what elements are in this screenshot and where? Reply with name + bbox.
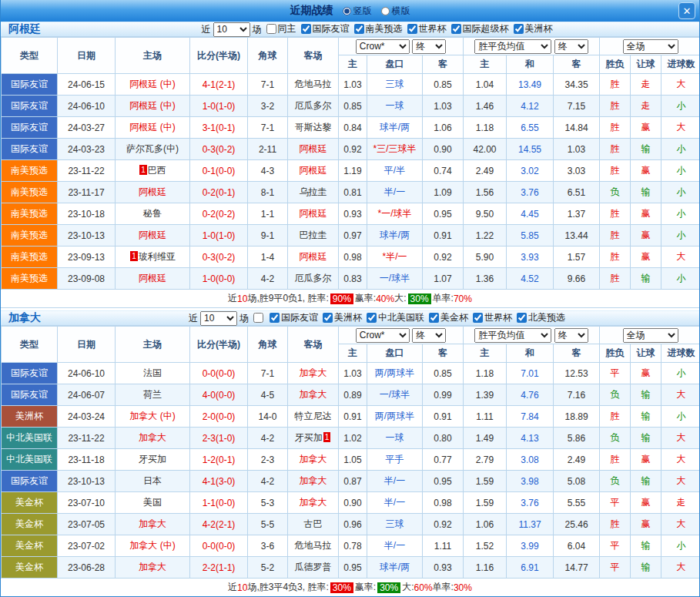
avg-state-select[interactable]: 终 bbox=[554, 328, 588, 343]
goals-result-cell: 大 bbox=[661, 557, 700, 579]
competition-checkbox[interactable] bbox=[253, 313, 263, 323]
handicap-line: 一/球半 bbox=[367, 384, 423, 406]
goals-result-cell: 大 bbox=[661, 514, 700, 535]
competition-checkbox[interactable] bbox=[429, 313, 439, 323]
competition-filter[interactable] bbox=[249, 313, 265, 323]
handicap-home-odds: 1.03 bbox=[339, 74, 367, 96]
euro-home-odds: 1.56 bbox=[464, 182, 507, 203]
match-date: 23-11-22 bbox=[58, 160, 116, 182]
handicap-line: 一球 bbox=[367, 428, 423, 449]
team-name: 加拿大 bbox=[1, 311, 55, 325]
recent-count-select[interactable]: 10 bbox=[200, 311, 237, 326]
corner-cell: 8-1 bbox=[248, 182, 288, 203]
team-text: 阿根廷 (中) bbox=[129, 122, 175, 132]
titlebar: 近期战绩 竖版 横版 ✕ bbox=[1, 0, 699, 22]
euro-home-odds: 1.22 bbox=[464, 225, 507, 247]
vertical-layout-radio[interactable] bbox=[343, 7, 351, 15]
recent-results-panel: 近期战绩 竖版 横版 ✕ 阿根廷 近 10 场 同主国际友谊南美预选世界杯国际超… bbox=[0, 0, 700, 597]
competition-filter[interactable]: 南美预选 bbox=[350, 22, 403, 35]
goals-result-cell: 大 bbox=[661, 247, 700, 268]
competition-checkbox[interactable] bbox=[270, 313, 280, 323]
euro-draw-odds: 14.55 bbox=[507, 139, 554, 160]
competition-checkbox[interactable] bbox=[367, 313, 377, 323]
home-team-cell: 法国 bbox=[116, 363, 190, 384]
competition-checkbox[interactable] bbox=[301, 24, 311, 34]
competition-type-cell: 国际友谊 bbox=[2, 384, 58, 406]
competition-filter[interactable]: 同主 bbox=[262, 22, 296, 35]
goals-result-cell: 小 bbox=[661, 406, 700, 428]
euro-away-odds: 6.04 bbox=[554, 535, 600, 557]
euro-home-odds: 1.04 bbox=[464, 74, 507, 96]
match-date: 24-03-27 bbox=[58, 117, 116, 139]
competition-checkbox[interactable] bbox=[517, 313, 527, 323]
odds-company-select[interactable]: Crow* bbox=[356, 39, 410, 54]
competition-checkbox[interactable] bbox=[354, 24, 364, 34]
competition-label: 北美预选 bbox=[528, 311, 565, 324]
competition-checkbox[interactable] bbox=[323, 313, 333, 323]
layout-option-vertical[interactable]: 竖版 bbox=[343, 5, 372, 18]
summary-segment: 30% bbox=[377, 582, 400, 593]
avg-odds-select[interactable]: 胜平负均值 bbox=[474, 328, 551, 343]
handicap-line: 平/半 bbox=[367, 160, 423, 182]
handicap-away-odds: 0.90 bbox=[423, 139, 464, 160]
competition-filter[interactable]: 中北美国联 bbox=[362, 311, 424, 324]
handicap-away-odds: 1.03 bbox=[423, 96, 464, 117]
section-header: 阿根廷 近 10 场 同主国际友谊南美预选世界杯国际超级杯美洲杯 bbox=[1, 22, 699, 37]
competition-label: 国际友谊 bbox=[281, 311, 318, 324]
euro-draw-odds: 3.93 bbox=[507, 247, 554, 268]
competition-filter[interactable]: 国际超级杯 bbox=[447, 22, 509, 35]
euro-away-odds: 18.89 bbox=[554, 406, 600, 428]
handicap-result-cell: 赢 bbox=[631, 514, 661, 535]
summary-segment: 10 bbox=[237, 582, 247, 593]
away-team-cell: 乌拉圭 bbox=[288, 182, 339, 203]
euro-draw-odds: 7.84 bbox=[507, 406, 554, 428]
handicap-result-cell: 输 bbox=[631, 428, 661, 449]
competition-filter[interactable]: 世界杯 bbox=[468, 311, 512, 324]
odds-company-select[interactable]: Crow* bbox=[356, 328, 410, 343]
recent-count-select[interactable]: 10 bbox=[213, 22, 250, 37]
scope-select[interactable]: 全场 bbox=[623, 39, 678, 54]
competition-checkbox[interactable] bbox=[407, 24, 417, 34]
competition-filter[interactable]: 北美预选 bbox=[512, 311, 565, 324]
avg-odds-select[interactable]: 胜平负均值 bbox=[474, 39, 551, 54]
close-button[interactable]: ✕ bbox=[678, 2, 695, 19]
team-text: 美国 bbox=[143, 497, 162, 508]
match-date: 23-07-10 bbox=[58, 492, 116, 514]
competition-filter[interactable]: 国际友谊 bbox=[296, 22, 350, 35]
euro-home-odds: 1.11 bbox=[464, 406, 507, 428]
home-team-cell: 阿根廷 (中) bbox=[116, 74, 190, 96]
competition-checkbox[interactable] bbox=[473, 313, 483, 323]
odds-state-select[interactable]: 终 bbox=[412, 328, 446, 343]
competition-type-cell: 国际友谊 bbox=[2, 363, 58, 384]
competition-filter[interactable]: 美洲杯 bbox=[318, 311, 362, 324]
competition-checkbox[interactable] bbox=[266, 24, 276, 34]
euro-away-odds: 34.35 bbox=[554, 74, 600, 96]
competition-filter[interactable]: 国际友谊 bbox=[265, 311, 318, 324]
col-score: 比分(半场) bbox=[190, 327, 248, 363]
home-team-cell: 加拿大 bbox=[116, 428, 190, 449]
scope-select[interactable]: 全场 bbox=[623, 328, 678, 343]
result-cell: 平 bbox=[600, 557, 631, 579]
competition-filter[interactable]: 美金杯 bbox=[424, 311, 468, 324]
competition-checkbox[interactable] bbox=[514, 24, 524, 34]
result-cell: 胜 bbox=[600, 449, 631, 471]
euro-draw-odds: 3.08 bbox=[507, 449, 554, 471]
corner-cell: 5-5 bbox=[248, 514, 288, 535]
odds-controls-row: 类型 日期 主场 比分(半场) 角球 客场 Crow* 终 bbox=[2, 38, 700, 55]
odds-state-select[interactable]: 终 bbox=[412, 39, 446, 54]
handicap-home-odds: 0.95 bbox=[339, 557, 367, 579]
away-team-cell: 加拿大 bbox=[288, 363, 339, 384]
handicap-line: 两/两球半 bbox=[367, 363, 423, 384]
horizontal-layout-radio[interactable] bbox=[381, 7, 390, 15]
layout-option-horizontal[interactable]: 横版 bbox=[381, 5, 410, 18]
match-date: 23-11-18 bbox=[58, 449, 116, 471]
competition-checkbox[interactable] bbox=[451, 24, 461, 34]
competition-filter[interactable]: 美洲杯 bbox=[509, 22, 553, 35]
avg-state-select[interactable]: 终 bbox=[554, 39, 588, 54]
competition-type-cell: 国际友谊 bbox=[2, 117, 58, 139]
score-cell: 0-3(0-2) bbox=[190, 247, 248, 268]
score-cell: 2-2(1-1) bbox=[190, 557, 248, 579]
result-cell: 胜 bbox=[600, 203, 631, 225]
team-text: 加拿大 bbox=[300, 389, 327, 400]
competition-filter[interactable]: 世界杯 bbox=[403, 22, 447, 35]
